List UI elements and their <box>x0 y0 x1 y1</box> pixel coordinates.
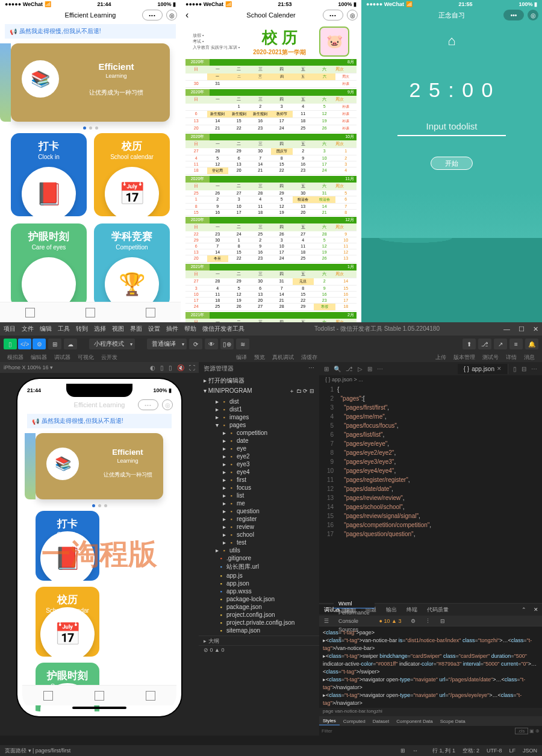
menu-item[interactable]: 编辑 <box>40 325 52 332</box>
element-crumb[interactable]: page van-notice-bar.tongzhi <box>319 708 542 716</box>
tile-school-calendar[interactable]: 校历School calendar📅 <box>36 587 99 657</box>
notice-bar: 📢 虽然我走得很慢,但我从不后退! <box>5 24 176 39</box>
tab-icon[interactable] <box>146 308 155 317</box>
tree-node[interactable]: ▪package-lock.json <box>199 595 319 603</box>
version-button[interactable]: ⎇ <box>478 339 491 349</box>
tree-node[interactable]: ▸▪dist1 <box>199 405 319 413</box>
device-phone-button[interactable]: ▯ <box>4 339 17 349</box>
menu-item[interactable]: 转到 <box>76 325 88 332</box>
tab-icon[interactable] <box>86 308 95 317</box>
back-icon[interactable]: ‹ <box>185 10 188 20</box>
close-button[interactable]: ◎ <box>347 10 358 20</box>
tile-competition[interactable]: 学科竞赛Competition🏆 <box>94 223 170 307</box>
upload-button[interactable]: ⬆ <box>463 339 476 349</box>
phone-school-calendar: ●●●●● WeChat 📶 21:53 100% ▮ ‹ School Cal… <box>181 0 361 322</box>
titlebar: Efficient Learning ••• ◎ <box>0 8 181 22</box>
tree-node[interactable]: ▪project.private.config.json <box>199 619 319 626</box>
tree-node[interactable]: ▸▪test <box>199 539 319 546</box>
refresh-button[interactable]: ⟳ <box>189 339 202 349</box>
tree-node[interactable]: ▸▪eye4 <box>199 468 319 476</box>
tree-node[interactable]: ▪app.js <box>199 572 319 579</box>
tree-node[interactable]: ▪.gitignore <box>199 554 319 562</box>
menu-item[interactable]: 插件 <box>166 325 178 332</box>
tree-node[interactable]: ▪project.config.json <box>199 611 319 619</box>
compile-select[interactable]: 普通编译 <box>147 339 187 349</box>
tree-node[interactable]: ▸▪eye3 <box>199 460 319 468</box>
tile-school-calendar[interactable]: 校历School calendar📅 <box>94 133 170 216</box>
tree-node[interactable]: ▸▪date <box>199 437 319 445</box>
tree-node[interactable]: ▸▪focus <box>199 484 319 492</box>
real-device-button[interactable]: ▯⊕ <box>220 339 234 349</box>
hero-card[interactable]: 📚 Efficient Learning 让优秀成为一种习惯 <box>11 43 170 122</box>
menu-item[interactable]: 帮助 <box>184 325 196 332</box>
tree-node[interactable]: ▸▪first <box>199 476 319 484</box>
warning-badge[interactable]: ● 10 ▲ 3 <box>375 617 406 625</box>
tree-node[interactable]: ▸▪school <box>199 531 319 539</box>
debug-button[interactable]: ⚙ <box>33 339 46 349</box>
mode-select[interactable]: 小程序模式 <box>89 339 135 349</box>
home-icon[interactable]: ⌂ <box>447 33 455 49</box>
start-button[interactable]: 开始 <box>431 157 473 170</box>
wxml-inspector[interactable]: <class="t-tag">page>▸<class="t-tag">van-… <box>319 626 542 708</box>
tree-node[interactable]: ▸▪question <box>199 507 319 515</box>
close-button[interactable]: ◎ <box>166 10 177 20</box>
tile-clock-in[interactable]: 打卡Clock in📕 <box>11 133 87 216</box>
maximize-button[interactable]: ☐ <box>519 325 525 333</box>
tree-node[interactable]: ▸▪dist <box>199 398 319 405</box>
menu-button[interactable]: ••• <box>503 10 524 20</box>
code-button[interactable]: </> <box>18 339 31 349</box>
filter-input[interactable]: Filter <box>322 728 332 734</box>
minimize-button[interactable]: — <box>503 325 510 333</box>
menu-item[interactable]: 设置 <box>148 325 160 332</box>
tree-node[interactable]: ▸▪me <box>199 499 319 507</box>
details-button[interactable]: ≡ <box>509 339 523 349</box>
editor-tab[interactable]: { } app.json ✕ <box>458 364 508 374</box>
tile-clock-in[interactable]: 打卡Clock in📕 <box>36 511 99 581</box>
menu-item[interactable]: 文件 <box>22 325 34 332</box>
preview-button[interactable]: 👁 <box>205 339 218 349</box>
menu-item[interactable]: 界面 <box>130 325 142 332</box>
todolist-input[interactable]: Input todolist <box>397 117 506 136</box>
calendar-body[interactable]: 2020年8月日一二三四五六周次一二三四五六周次3031补课2020年9月日一二… <box>181 59 361 326</box>
tree-node[interactable]: ▸▪images <box>199 413 319 421</box>
tree-node[interactable]: ▪package.json <box>199 603 319 611</box>
layout-button[interactable]: ⊞ <box>48 339 61 349</box>
cloud-button[interactable]: ☁ <box>64 339 77 349</box>
tree-node[interactable]: ▪sitemap.json <box>199 626 319 634</box>
menu-item[interactable]: 选择 <box>94 325 106 332</box>
close-button[interactable]: ✕ <box>533 325 538 333</box>
code-editor[interactable]: 1234567891011121314151617 { "pages":[ "p… <box>319 384 542 603</box>
tab-icon[interactable] <box>25 308 35 317</box>
menu-item[interactable]: 微信开发者工具 <box>202 325 245 332</box>
tree-node[interactable]: ▸▪eye2 <box>199 452 319 460</box>
close-button[interactable]: ◎ <box>528 10 538 20</box>
wave-decoration <box>361 238 542 322</box>
simulator-phone[interactable]: 21:44100% ▮ Efficient Learning •••◎ 📢虽然我… <box>17 379 181 716</box>
outline[interactable]: ▸ 大纲 <box>199 636 319 645</box>
menu-item[interactable]: 项目 <box>4 325 16 332</box>
problems[interactable]: ⊘ 0 ▲ 0 <box>199 645 319 655</box>
menu-button[interactable]: ••• <box>142 10 163 20</box>
menu-item[interactable]: 工具 <box>58 325 70 332</box>
device-select[interactable]: iPhone X 100% 16 ▾ <box>4 364 53 370</box>
tree-node[interactable]: ▸▪competition <box>199 429 319 437</box>
tree-node[interactable]: ▸▪utils <box>199 546 319 554</box>
tree-node[interactable]: ▪app.wxss <box>199 587 319 595</box>
project-root[interactable]: ▾ MINIPROGRAM ＋ 🗀 ⟳ ⊟ <box>199 386 319 396</box>
close-icon[interactable]: ✕ <box>497 366 502 372</box>
messages-button[interactable]: 🔔 <box>525 339 538 349</box>
test-button[interactable]: ↗ <box>494 339 507 349</box>
clear-cache-button[interactable]: ≋ <box>236 339 249 349</box>
menu-item[interactable]: 视图 <box>112 325 124 332</box>
tree-node[interactable]: ▾▪pages <box>199 421 319 429</box>
tile-care-of-eyes[interactable]: 护眼时刻Care of eyes👁 <box>11 223 87 307</box>
menu-button[interactable]: ••• <box>323 10 343 20</box>
tree-node[interactable]: ▸▪eye <box>199 445 319 452</box>
tree-node[interactable]: ▸▪register <box>199 515 319 523</box>
tree-node[interactable]: ▸▪review <box>199 523 319 531</box>
open-editors[interactable]: ▸ 打开的编辑器 <box>199 375 319 386</box>
tree-node[interactable]: ▪站长图库.url <box>199 562 319 572</box>
tree-node[interactable]: ▪app.json <box>199 579 319 587</box>
tree-node[interactable]: ▸▪list <box>199 492 319 499</box>
breadcrumb[interactable]: { } app.json > ... <box>319 375 542 384</box>
